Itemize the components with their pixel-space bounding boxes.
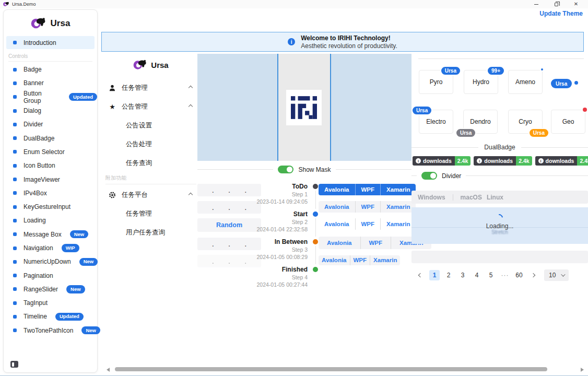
xamarin-button[interactable]: Xamarin (380, 201, 416, 213)
dualbadge-value: 2.4k (577, 156, 588, 166)
divider-line (521, 147, 588, 148)
xamarin-button[interactable]: Xamarin (380, 218, 416, 230)
sidebar-item-button-group[interactable]: Button GroupUpdated (4, 90, 97, 104)
wpf-button[interactable]: WPF (355, 218, 381, 230)
sidebar-item-navigation[interactable]: NavigationWIP (4, 241, 97, 255)
sidebar-item-dualbadge[interactable]: DualBadge (4, 131, 97, 145)
sidebar-item-label: Badge (23, 66, 42, 73)
avalonia-button[interactable]: Avalonia (319, 237, 360, 249)
menu-item-label: 任务管理 (126, 209, 152, 218)
menu-group-task-management[interactable]: 任务管理 (104, 78, 197, 97)
show-mask-toggle[interactable] (278, 166, 293, 173)
update-theme-button[interactable]: Update Theme (539, 10, 583, 17)
sidebar-item-loading[interactable]: Loading (4, 214, 97, 227)
wpf-button[interactable]: WPF (360, 237, 391, 249)
timeline-step: Step 3 (216, 246, 308, 253)
dualbadge-row: downloads2.4k downloads2.4k downloads2.4… (413, 156, 588, 169)
sidebar-item-introduction[interactable]: Introduction (6, 36, 95, 49)
divider-line (466, 175, 588, 176)
avalonia-button[interactable]: Avalonia (319, 218, 355, 230)
menu-group-task-platform[interactable]: 任务平台 (104, 185, 197, 204)
page-button-4[interactable]: 4 (472, 270, 482, 280)
info-icon (477, 158, 482, 163)
sidebar-item-pagination[interactable]: Pagination (4, 268, 97, 282)
button-group-solid: Avalonia WPF Xamarin (319, 184, 416, 195)
page-ellipsis[interactable]: ··· (500, 270, 510, 280)
sidebar-collapse-icon[interactable] (10, 361, 18, 368)
page-button-60[interactable]: 60 (514, 270, 524, 280)
menu-item-task-query[interactable]: 任务查询 (104, 154, 197, 172)
timeline-step: Step 1 (216, 191, 308, 197)
wpf-button[interactable]: WPF (355, 201, 381, 213)
timeline-title: Start (216, 210, 308, 218)
menu-logo-text: Ursa (151, 61, 168, 69)
divider-toggle[interactable] (421, 172, 437, 180)
scrollbar-thumb[interactable] (115, 367, 547, 371)
person-icon (109, 84, 116, 91)
page-button-2[interactable]: 2 (443, 270, 454, 280)
timeline-item: Start Step 2 2024-01-04 22:32:58 (216, 210, 319, 238)
page-size-select[interactable]: 10 (544, 269, 569, 281)
sidebar-item-label: KeyGestureInput (23, 203, 70, 210)
avalonia-button[interactable]: Avalonia (319, 255, 350, 265)
page-button-3[interactable]: 3 (457, 270, 468, 280)
sidebar-item-timeline[interactable]: TimelineUpdated (4, 310, 97, 323)
menu-item-label: 公告设置 (126, 121, 152, 130)
wpf-button[interactable]: WPF (350, 255, 370, 265)
timeline-demo: ToDo Step 1 2023-01-14 09:24:05 Start St… (216, 183, 319, 293)
titlebar: Ursa.Demo ✕ (0, 0, 588, 8)
menu-group-announcement[interactable]: 公告管理 (104, 97, 197, 116)
prev-page-button[interactable] (415, 270, 426, 280)
page-button-5[interactable]: 5 (486, 270, 496, 280)
sidebar-item-dialog[interactable]: Dialog (4, 104, 97, 118)
minimize-button[interactable] (533, 1, 540, 7)
banner-title: Welcome to IRIHI Technology! (301, 34, 397, 42)
close-button[interactable]: ✕ (572, 1, 580, 7)
image-viewer[interactable] (197, 54, 411, 161)
maximize-button[interactable] (552, 1, 560, 7)
status-badge: Updated (69, 93, 97, 101)
sidebar-item-label: Message Box (23, 231, 62, 238)
sidebar-item-twotonepathicon[interactable]: TwoTonePathIconNew (4, 324, 97, 337)
windows-button-disabled: Windows (418, 194, 445, 201)
chevron-down-icon (561, 272, 566, 276)
scroll-left-arrow-icon[interactable] (107, 368, 110, 372)
sidebar-item-imageviewer[interactable]: ImageViewer (4, 172, 97, 186)
badge-card-electro: Electro Ursa (419, 110, 453, 134)
menu-item-task-management[interactable]: 任务管理 (104, 204, 197, 223)
timeline-connector (315, 246, 316, 264)
page-button-1[interactable]: 1 (429, 270, 440, 280)
sidebar-item-banner[interactable]: Banner (4, 76, 97, 90)
menu-item-announcement-settings[interactable]: 公告设置 (104, 116, 197, 135)
sidebar-item-rangeslider[interactable]: RangeSliderNew (4, 283, 97, 296)
menu-item-label: 用户任务查询 (126, 228, 165, 237)
sidebar-item-taginput[interactable]: TagInput (4, 296, 97, 310)
bullet-icon (13, 246, 17, 250)
sidebar-item-divider[interactable]: Divider (4, 118, 97, 131)
menu-item-announcement-processing[interactable]: 公告处理 (104, 135, 197, 154)
bullet-icon (13, 136, 17, 140)
next-page-button[interactable] (528, 270, 538, 280)
scroll-right-arrow-icon[interactable] (581, 368, 584, 372)
timeline-dot-icon (313, 267, 318, 272)
xamarin-button[interactable]: Xamarin (370, 255, 400, 265)
bullet-icon (13, 109, 17, 113)
sidebar-item-ipv4box[interactable]: IPv4Box (4, 186, 97, 200)
sidebar-item-badge[interactable]: Badge (4, 63, 97, 76)
sidebar-item-keygestureinput[interactable]: KeyGestureInput (4, 200, 97, 214)
horizontal-scrollbar[interactable] (102, 367, 586, 373)
sidebar-item-icon-button[interactable]: Icon Button (4, 159, 97, 172)
sidebar-item-numericupdown[interactable]: NumericUpDownNew (4, 255, 97, 268)
avalonia-button[interactable]: Avalonia (319, 184, 355, 195)
badge-card-cryo: Cryo Ursa (508, 110, 543, 134)
dot-separator-icon (212, 185, 214, 195)
wpf-button[interactable]: WPF (355, 184, 381, 195)
sidebar-item-enum-selector[interactable]: Enum Selector (4, 145, 97, 159)
sidebar-item-message-box[interactable]: Message BoxNew (4, 228, 97, 241)
timeline-time: 2024-01-04 22:32:58 (216, 226, 308, 232)
ursa-badge: Ursa (440, 66, 461, 76)
xamarin-button[interactable]: Xamarin (380, 184, 416, 195)
menu-item-user-task-query[interactable]: 用户任务查询 (104, 223, 197, 242)
avalonia-button[interactable]: Avalonia (319, 201, 355, 213)
macos-button-disabled: macOS (461, 194, 482, 201)
